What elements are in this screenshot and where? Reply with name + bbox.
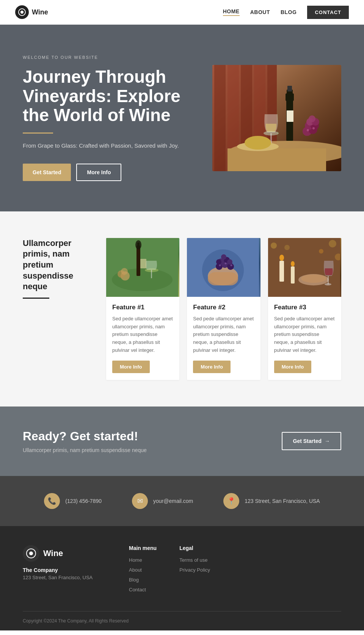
footer-link-blog[interactable]: Blog — [129, 577, 139, 583]
hero-get-started-button[interactable]: Get Started — [23, 164, 71, 181]
footer-main-menu: Main menu Home About Blog Contact — [129, 545, 157, 596]
footer-brand: Wine The Company 123 Street, San Francis… — [23, 545, 106, 596]
phone-icon: 📞 — [44, 493, 60, 509]
svg-rect-10 — [228, 148, 326, 171]
cta-button-label: Get Started — [293, 438, 322, 444]
hero-title: Journey Through Vineyards: Explore the W… — [23, 67, 190, 125]
feature-body-3: Feature #3 Sed pede ullamcorper amet ull… — [268, 297, 341, 380]
footer-main-menu-links: Home About Blog Contact — [129, 556, 157, 593]
footer-link-terms[interactable]: Terms of use — [179, 557, 207, 563]
svg-rect-57 — [279, 261, 284, 282]
feature-card-3: Feature #3 Sed pede ullamcorper amet ull… — [268, 238, 341, 380]
feature-image-3 — [268, 238, 341, 297]
svg-rect-63 — [328, 276, 329, 284]
cta-section: Ready? Get started! Ullamcorper primis, … — [0, 407, 364, 476]
feature-body-1: Feature #1 Sed pede ullamcorper amet ull… — [106, 297, 179, 380]
nav-contact-button[interactable]: CONTACT — [307, 6, 349, 19]
footer-company-name: The Company — [23, 567, 106, 573]
cta-arrow-icon: → — [325, 438, 330, 444]
footer-link-home[interactable]: Home — [129, 557, 142, 563]
hero-buttons: Get Started More Info — [23, 164, 190, 181]
svg-rect-14 — [287, 86, 292, 91]
hero-content: WELCOME TO OUR WEBSITE Journey Through V… — [23, 55, 190, 181]
contact-email-label: your@email.com — [153, 498, 193, 504]
svg-point-29 — [245, 136, 271, 150]
feature-image-1 — [106, 238, 179, 297]
contact-address-label: 123 Street, San Francisco, USA — [245, 498, 320, 504]
footer-logo-icon — [23, 545, 39, 562]
svg-point-60 — [291, 261, 295, 266]
logo-icon — [15, 5, 29, 19]
svg-rect-15 — [287, 110, 293, 122]
contact-phone: 📞 (123) 456-7890 — [44, 493, 102, 509]
feature-image-2 — [187, 238, 260, 297]
cta-get-started-button[interactable]: Get Started → — [282, 432, 341, 450]
footer-legal-heading: Legal — [179, 545, 210, 551]
cta-subtitle: Ullamcorper primis, nam pretium suspendi… — [23, 447, 147, 453]
footer-company-address: 123 Street, San Francisco, USA — [23, 575, 106, 580]
hero-image-placeholder — [212, 65, 341, 171]
feature-more-info-button-2[interactable]: More Info — [193, 361, 231, 373]
feature-more-info-button-3[interactable]: More Info — [274, 361, 312, 373]
hero-more-info-button[interactable]: More Info — [76, 164, 121, 181]
svg-point-71 — [29, 551, 33, 555]
svg-point-68 — [284, 245, 290, 250]
svg-point-66 — [329, 240, 336, 247]
svg-point-52 — [227, 259, 232, 265]
hero-divider — [23, 132, 53, 134]
footer-copyright: Copyright ©2024 The Company, All Rights … — [23, 618, 129, 624]
svg-rect-59 — [291, 266, 295, 284]
features-inner: Ullamcorper primis, nam pretium suspendi… — [23, 238, 341, 380]
footer-logo[interactable]: Wine — [23, 545, 106, 562]
svg-point-67 — [319, 249, 323, 254]
nav-home[interactable]: HOME — [223, 8, 240, 16]
footer: Wine The Company 123 Street, San Francis… — [0, 526, 364, 630]
feature-text-3: Sed pede ullamcorper amet ullamcorper pr… — [274, 315, 335, 355]
svg-rect-34 — [137, 243, 140, 246]
contact-info-section: 📞 (123) 456-7890 ✉ your@email.com 📍 123 … — [0, 476, 364, 526]
svg-rect-37 — [140, 259, 146, 268]
hero-section: WELCOME TO OUR WEBSITE Journey Through V… — [0, 25, 364, 211]
svg-rect-32 — [136, 246, 140, 276]
features-grid: Feature #1 Sed pede ullamcorper amet ull… — [106, 238, 341, 380]
svg-point-50 — [221, 254, 226, 260]
svg-point-54 — [225, 262, 227, 264]
hero-eyebrow: WELCOME TO OUR WEBSITE — [23, 55, 190, 60]
nav-links: HOME ABOUT BLOG CONTACT — [223, 6, 349, 19]
footer-link-privacy[interactable]: Privacy Policy — [179, 567, 210, 573]
navbar: Wine HOME ABOUT BLOG CONTACT — [0, 0, 364, 25]
svg-point-64 — [325, 283, 331, 285]
contact-phone-label: (123) 456-7890 — [65, 498, 102, 504]
feature-title-1: Feature #1 — [112, 304, 173, 311]
nav-blog[interactable]: BLOG — [281, 9, 297, 15]
footer-link-about[interactable]: About — [129, 567, 142, 573]
logo[interactable]: Wine — [15, 5, 48, 19]
location-icon: 📍 — [223, 493, 239, 509]
email-icon: ✉ — [132, 493, 148, 509]
footer-bottom: Copyright ©2024 The Company, All Rights … — [23, 611, 341, 630]
footer-logo-text: Wine — [43, 548, 63, 558]
svg-point-62 — [301, 274, 326, 283]
svg-rect-44 — [208, 272, 238, 285]
hero-image — [212, 65, 341, 171]
svg-point-51 — [216, 259, 221, 265]
feature-card-1: Feature #1 Sed pede ullamcorper amet ull… — [106, 238, 179, 380]
footer-link-contact[interactable]: Contact — [129, 587, 146, 592]
feature-more-info-button-1[interactable]: More Info — [112, 361, 150, 373]
footer-main-menu-heading: Main menu — [129, 545, 157, 551]
svg-point-27 — [312, 127, 315, 129]
contact-email: ✉ your@email.com — [132, 493, 193, 509]
logo-text: Wine — [32, 8, 48, 16]
cta-text: Ready? Get started! Ullamcorper primis, … — [23, 429, 147, 453]
feature-card-2: Feature #2 Sed pede ullamcorper amet ull… — [187, 238, 260, 380]
footer-legal: Legal Terms of use Privacy Policy — [179, 545, 210, 596]
svg-point-1 — [20, 11, 24, 14]
svg-point-40 — [121, 268, 128, 275]
nav-about[interactable]: ABOUT — [250, 9, 270, 15]
svg-point-25 — [309, 115, 315, 122]
contact-address: 📍 123 Street, San Francisco, USA — [223, 493, 320, 509]
features-heading: Ullamcorper primis, nam pretium suspendi… — [23, 238, 91, 299]
footer-top: Wine The Company 123 Street, San Francis… — [23, 545, 341, 611]
cta-title: Ready? Get started! — [23, 429, 147, 443]
feature-title-3: Feature #3 — [274, 304, 335, 311]
